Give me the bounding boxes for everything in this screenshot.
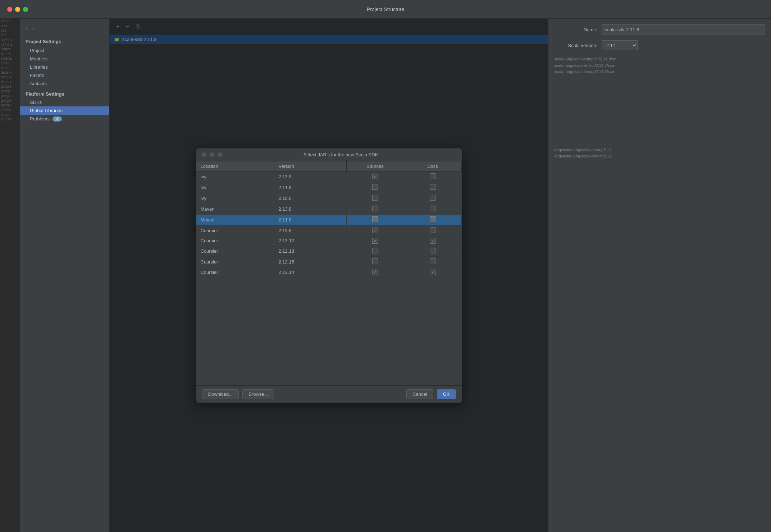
table-row[interactable]: Coursier2.12.14✓✓: [196, 267, 462, 278]
bg-list-item: [0, 121, 20, 122]
dialog-max-btn[interactable]: [218, 152, 222, 157]
cell-sources[interactable]: ✓: [346, 236, 404, 246]
sources-checkbox[interactable]: ✓: [372, 238, 378, 244]
table-row[interactable]: Coursier2.12.15: [196, 257, 462, 267]
cell-docs[interactable]: [404, 193, 461, 203]
back-button[interactable]: ‹: [24, 24, 29, 32]
name-field-row: Name:: [554, 24, 765, 35]
close-button[interactable]: [7, 7, 12, 12]
maximize-button[interactable]: [23, 7, 28, 12]
sidebar-item-facets[interactable]: Facets: [20, 71, 109, 79]
minimize-button[interactable]: [15, 7, 20, 12]
docs-checkbox[interactable]: [430, 184, 435, 190]
ok-button[interactable]: OK: [437, 389, 456, 399]
cell-sources[interactable]: [346, 246, 404, 257]
nav-buttons: ‹ ›: [20, 22, 109, 35]
name-input[interactable]: [602, 24, 765, 35]
docs-checkbox[interactable]: [430, 227, 435, 233]
cell-docs[interactable]: [404, 171, 461, 182]
cell-sources[interactable]: ✓: [346, 171, 404, 182]
table-row[interactable]: Ivy2.11.8: [196, 182, 462, 193]
bg-list-item: esoter: [0, 61, 20, 65]
path-item: scala-lang/scala-compiler/2.11.8/sc: [554, 56, 765, 63]
cell-location: Ivy: [196, 193, 274, 203]
table-row[interactable]: Maven2.11.8: [196, 214, 462, 225]
cell-version: 2.12.15: [274, 257, 346, 267]
sources-checkbox[interactable]: [372, 258, 378, 264]
docs-checkbox[interactable]: [430, 195, 435, 201]
forward-button[interactable]: ›: [31, 24, 36, 32]
sources-checkbox[interactable]: [372, 216, 378, 222]
problems-row[interactable]: Problems 10: [20, 115, 109, 123]
sources-checkbox[interactable]: [372, 248, 378, 253]
cell-sources[interactable]: ✓: [346, 225, 404, 236]
sources-checkbox[interactable]: ✓: [372, 174, 378, 179]
browse-button[interactable]: Browse...: [242, 389, 274, 399]
sidebar-item-modules[interactable]: Modules: [20, 55, 109, 63]
dialog-titlebar: Select JAR's for the new Scala SDK: [196, 148, 462, 161]
table-row[interactable]: Maven2.13.8: [196, 203, 462, 214]
bg-list-item: google: [0, 103, 20, 107]
table-row[interactable]: Ivy2.10.6: [196, 193, 462, 203]
download-button[interactable]: Download...: [202, 389, 239, 399]
cell-sources[interactable]: [346, 203, 404, 214]
cell-docs[interactable]: [404, 182, 461, 193]
scala-version-select[interactable]: 2.11 2.12 2.13: [602, 40, 638, 50]
cell-docs[interactable]: [404, 203, 461, 214]
bg-list-item: ython/: [0, 19, 20, 23]
path-list: scala-lang/scala-compiler/2.11.8/sc scal…: [554, 56, 765, 160]
cancel-button[interactable]: Cancel: [406, 389, 433, 399]
sidebar-item-sdks[interactable]: SDKs: [20, 98, 109, 106]
select-jars-dialog: Select JAR's for the new Scala SDK Locat…: [196, 148, 462, 403]
sources-checkbox[interactable]: [372, 195, 378, 201]
dialog-overlay: Select JAR's for the new Scala SDK Locat…: [110, 19, 548, 532]
scala-version-field-row: Scala version: 2.11 2.12 2.13: [554, 40, 765, 50]
table-row[interactable]: Coursier2.13.8✓: [196, 225, 462, 236]
bg-list-item: google: [0, 98, 20, 103]
docs-checkbox[interactable]: ✓: [430, 270, 435, 275]
bg-list-item: esoter: [0, 65, 20, 70]
cell-sources[interactable]: [346, 193, 404, 203]
cell-docs[interactable]: [404, 214, 461, 225]
cell-docs[interactable]: [404, 246, 461, 257]
sources-checkbox[interactable]: ✓: [372, 228, 378, 233]
sidebar-item-artifacts[interactable]: Artifacts: [20, 79, 109, 88]
docs-checkbox[interactable]: [430, 173, 435, 179]
cell-docs[interactable]: [404, 257, 461, 267]
cell-docs[interactable]: [404, 225, 461, 236]
bg-list-item: lliance: [0, 47, 20, 51]
cell-version: 2.12.18: [274, 246, 346, 257]
sidebar-item-global-libraries[interactable]: Global Libraries: [20, 106, 109, 115]
path-item: /org/scala-lang/scala-library/2.11.: [554, 147, 765, 153]
sources-checkbox[interactable]: ✓: [372, 270, 378, 275]
right-panel: Name: Scala version: 2.11 2.12 2.13 scal…: [548, 19, 771, 532]
window-title: Project Structure: [367, 6, 404, 12]
bg-list-item: jolbox:: [0, 107, 20, 112]
cell-location: Coursier: [196, 246, 274, 257]
cell-sources[interactable]: [346, 257, 404, 267]
docs-checkbox[interactable]: [430, 206, 435, 211]
docs-checkbox[interactable]: [430, 216, 435, 222]
cell-docs[interactable]: ✓: [404, 236, 461, 246]
dialog-min-btn[interactable]: [210, 152, 214, 157]
cell-sources[interactable]: ✓: [346, 267, 404, 278]
docs-checkbox[interactable]: ✓: [430, 238, 435, 244]
cell-sources[interactable]: [346, 182, 404, 193]
bg-list-item: google: [0, 93, 20, 98]
dialog-close-btn[interactable]: [202, 152, 206, 157]
table-row[interactable]: Coursier2.12.18: [196, 246, 462, 257]
cell-location: Coursier: [196, 225, 274, 236]
sources-checkbox[interactable]: [372, 206, 378, 211]
table-row[interactable]: Ivy2.13.8✓: [196, 171, 462, 182]
table-row[interactable]: Coursier2.13.12✓✓: [196, 236, 462, 246]
docs-checkbox[interactable]: [430, 248, 435, 253]
cell-sources[interactable]: [346, 214, 404, 225]
sidebar-item-project[interactable]: Project: [20, 46, 109, 55]
cell-location: Coursier: [196, 257, 274, 267]
bg-list-item: google: [0, 84, 20, 89]
name-label: Name:: [554, 27, 597, 32]
sources-checkbox[interactable]: [372, 184, 378, 190]
sidebar-item-libraries[interactable]: Libraries: [20, 63, 109, 71]
docs-checkbox[interactable]: [430, 258, 435, 264]
cell-docs[interactable]: ✓: [404, 267, 461, 278]
